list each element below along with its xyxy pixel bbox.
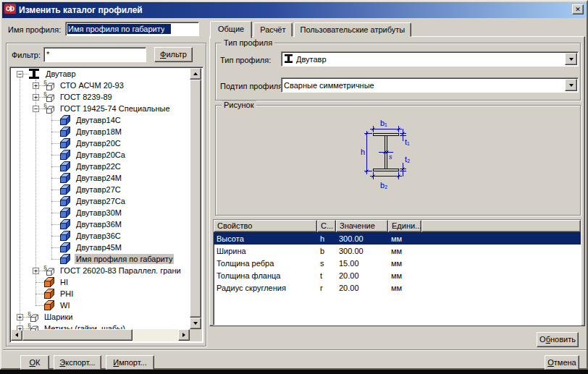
tree-item-label: Двутавр24М [75,173,123,183]
tree-item[interactable]: −§ГОСТ 19425-74 Специальные [11,103,190,114]
divider [3,349,587,351]
type-dropdown-button[interactable] [565,53,577,65]
table-row[interactable]: Ширинаb300.00мм [214,245,581,257]
export-button[interactable]: Экспорт... [54,355,101,370]
titlebar[interactable]: Изменить каталог профилей ✕ [2,2,586,18]
properties-table-body: Высотаh300.00ммШиринаb300.00ммТолщина ре… [214,232,581,294]
tree-item-label: ГОСТ 19425-74 Специальные [59,103,172,114]
tree-item[interactable]: +§ГОСТ 26020-83 Параллел. грани [11,265,190,276]
tab-1[interactable]: Расчёт [253,22,292,37]
tree-item-label: Двутавр27Са [75,196,127,206]
profile-type-group: Тип профиля Тип профиля: Двутавр Подтип … [215,43,581,101]
tab-2[interactable]: Пользовательские атрибуты [294,22,412,37]
subtype-label: Подтип профиля: [220,82,285,90]
tree-item-label: Двутавр36С [75,231,122,241]
tree-item[interactable]: Двутавр30М [11,207,190,218]
tab-0[interactable]: Общие [210,21,252,38]
tree-item[interactable]: Двутавр45М [11,242,190,253]
import-button[interactable]: Импорт... [106,355,154,370]
cancel-button[interactable]: Отмена [545,355,579,370]
tree-item[interactable]: WI [11,299,190,311]
tree-item[interactable]: PHI [11,288,190,299]
column-header[interactable]: С... [317,220,336,232]
column-header[interactable]: Значение [336,220,388,232]
picture-group: Рисунок [215,105,581,216]
dim-b2-label: b₂ [380,181,387,190]
tree-item[interactable]: +§СТО АСЧМ 20-93 [11,80,190,91]
tree-item[interactable]: Двутавр20Са [11,149,190,161]
dim-b1-label: b₁ [380,119,387,127]
close-button[interactable]: ✕ [572,4,584,14]
expand-icon[interactable]: + [17,314,23,320]
table-cell: Толщина фланца [214,271,317,280]
dim-s-label: s [389,153,392,161]
table-cell: 20.00 [336,284,388,292]
blue-cube-icon [59,137,71,149]
expand-icon[interactable]: + [33,94,39,101]
tree-item-label: Двутавр22С [75,161,122,171]
column-header[interactable]: Свойство [214,220,317,232]
profile-name-input[interactable]: Имя профиля по габариту [65,22,199,36]
ok-button[interactable]: ОК [20,355,49,370]
tree-item-label: ГОСТ 8239-89 [59,92,114,102]
collapse-icon[interactable]: − [17,71,23,77]
profile-tree: −Двутавр+§СТО АСЧМ 20-93+§ГОСТ 8239-89−§… [9,67,203,343]
blue-cube-icon [59,253,71,265]
tree-item-label: Двутавр30М [75,208,123,218]
tree-item[interactable]: Двутавр36М [11,218,190,230]
tree-vertical-scrollbar[interactable] [190,68,202,329]
tree-item[interactable]: Двутавр36С [11,230,190,242]
table-cell: t [317,271,336,280]
table-row[interactable]: Радиус скругленияr20.00мм [214,281,581,294]
tree-item[interactable]: +§ГОСТ 8239-89 [11,91,190,103]
filter-input[interactable]: * [43,47,146,62]
tree-item[interactable]: Двутавр14С [11,114,190,126]
expand-icon[interactable]: + [33,268,39,274]
vertical-scroll-thumb[interactable] [190,80,201,318]
table-cell: 300.00 [336,247,388,255]
tree-item[interactable]: −Двутавр [11,68,190,80]
table-cell: мм [388,247,421,255]
scroll-left-button[interactable] [11,329,22,341]
profile-name-value: Имя профиля по габариту [67,24,164,34]
scroll-right-button[interactable] [178,329,190,341]
tree-item[interactable]: +§Шарики [11,311,190,323]
expand-icon[interactable]: + [33,82,39,89]
table-row[interactable]: Толщина фланцаt20.00мм [214,269,581,281]
ibeam-icon [284,54,293,65]
tree-item-label: Двутавр20Са [75,150,127,160]
tree-horizontal-scrollbar[interactable] [11,329,190,341]
table-row[interactable]: Толщина ребраs15.00мм [214,257,581,269]
column-header[interactable]: Едини... [388,220,421,232]
table-row[interactable]: Высотаh300.00мм [214,232,581,245]
app-icon [4,3,16,17]
scroll-up-button[interactable] [190,68,201,80]
blue-cube-icon [59,161,71,172]
update-button[interactable]: Обновить [537,332,579,347]
tree-view: −Двутавр+§СТО АСЧМ 20-93+§ГОСТ 8239-89−§… [11,68,190,331]
tree-item-label: Двутавр20С [75,138,122,148]
tree-item-label: Шарики [43,312,74,322]
arrow-left-icon [15,333,18,337]
tree-item[interactable]: Двутавр18М [11,126,190,137]
properties-table: СвойствоС...ЗначениеЕдини... Высотаh300.… [213,219,581,326]
scroll-down-button[interactable] [190,318,201,329]
expand-icon[interactable]: + [17,326,23,331]
tree-item[interactable]: Двутавр22С [11,161,190,172]
type-combobox[interactable]: Двутавр [281,51,579,67]
tree-item[interactable]: Двутавр20С [11,137,190,149]
subtype-dropdown-button[interactable] [565,79,577,91]
collapse-icon[interactable]: − [33,106,39,112]
filter-button[interactable]: Фильтр [154,47,193,62]
table-cell: Высота [214,234,317,243]
tree-item[interactable]: Двутавр27Са [11,195,190,207]
tree-item[interactable]: Двутавр27С [11,184,190,195]
subtype-combobox[interactable]: Сварные симметричные [281,77,579,93]
tree-item[interactable]: Двутавр24М [11,172,190,184]
chevron-down-icon [569,84,574,87]
tree-item[interactable]: HI [11,276,190,288]
tree-item[interactable]: Имя профиля по габариту [11,253,190,265]
horizontal-scroll-thumb[interactable] [22,329,133,341]
table-cell: Толщина ребра [214,259,317,268]
tree-guide-line [20,74,20,328]
